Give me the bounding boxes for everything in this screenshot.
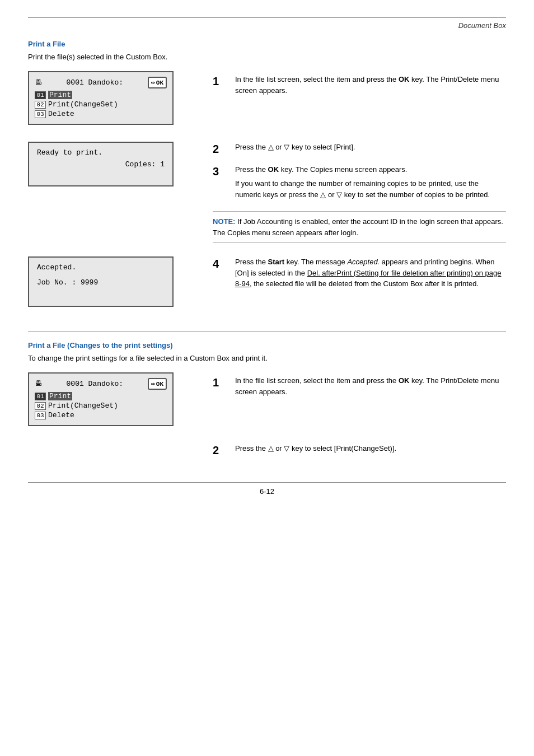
section2-title: Print a File (Changes to the print setti…: [28, 341, 506, 349]
s2-step1-text: In the file list screen, select the item…: [235, 375, 506, 397]
page: Document Box Print a File Print the file…: [0, 0, 534, 756]
lcd-item-1: 01 Print: [35, 91, 167, 99]
footer: 6-12: [28, 482, 506, 496]
right-col-step1: 1 In the file list screen, select the it…: [213, 71, 506, 107]
lcd-accepted-line1: Accepted.: [37, 263, 165, 272]
lcd-top-text: 0001 Dandoko:: [67, 78, 123, 87]
doc-box-title: Document Box: [458, 21, 506, 30]
lcd-item1-label: Print: [48, 91, 72, 99]
step1-content: In the file list screen, select the item…: [235, 74, 506, 99]
s2-lcd-item-3: 03 Delete: [35, 411, 167, 419]
lcd-printer-icon: 🖶: [35, 78, 42, 87]
step4-block: 4 Press the Start key. The message Accep…: [213, 256, 506, 293]
step1-num: 1: [213, 75, 229, 99]
step4-accepted-italic: Accepted.: [347, 258, 380, 266]
lcd-screen-1: 🖶 0001 Dandoko: ⇔ OK 01 Print 02 Print(C…: [28, 71, 174, 125]
step4-content: Press the Start key. The message Accepte…: [235, 256, 506, 293]
item-num-2: 02: [35, 101, 46, 109]
s2-step2-block: 2 Press the △ or ▽ key to select [Print(…: [213, 443, 506, 458]
s2-right-col-step2: 2 Press the △ or ▽ key to select [Print(…: [213, 443, 506, 465]
lcd-screen-3: Accepted. Job No. : 9999: [28, 256, 174, 307]
lcd-top-row: 🖶 0001 Dandoko: ⇔ OK: [35, 77, 167, 88]
ok-btn-1[interactable]: ⇔ OK: [148, 77, 167, 88]
step3-content: Press the OK key. The Copies menu screen…: [235, 164, 506, 204]
step3-ok-bold: OK: [268, 165, 279, 174]
s2-lcd-top-row: 🖶 0001 Dandoko: ⇔ OK: [35, 378, 167, 390]
step4-start-bold: Start: [268, 258, 285, 266]
s2-lcd-item3-label: Delete: [48, 411, 74, 419]
section1-row1: 🖶 0001 Dandoko: ⇔ OK 01 Print 02 Print(C…: [28, 71, 506, 136]
step4-text: Press the Start key. The message Accepte…: [235, 256, 506, 290]
s2-step2-content: Press the △ or ▽ key to select [Print(Ch…: [235, 443, 506, 458]
lcd-item3-label: Delete: [48, 110, 74, 118]
lcd-item-3: 03 Delete: [35, 110, 167, 118]
s2-item-num-3: 03: [35, 412, 46, 419]
lcd-item2-label: Print(ChangeSet): [48, 100, 118, 109]
s2-lcd-item-1: 01 Print: [35, 392, 167, 400]
section1-intro: Print the file(s) selected in the Custom…: [28, 53, 506, 61]
footer-page-number: 6-12: [260, 487, 274, 496]
step3-main-text: Press the OK key. The Copies menu screen…: [235, 164, 506, 175]
right-col-step4: 4 Press the Start key. The message Accep…: [213, 256, 506, 301]
section1-row3: Accepted. Job No. : 9999 4 Press the Sta…: [28, 256, 506, 318]
section1-row2: Ready to print. Copies: 1 2 Press the △ …: [28, 142, 506, 251]
right-col-steps23: 2 Press the △ or ▽ key to select [Print]…: [213, 142, 506, 251]
step4-num: 4: [213, 258, 229, 293]
ok-label-1: OK: [156, 80, 163, 86]
section2-intro: To change the print settings for a file …: [28, 354, 506, 362]
step2-num: 2: [213, 143, 229, 156]
step3-num: 3: [213, 165, 229, 204]
step3-sub-text: If you want to change the number of rema…: [235, 178, 506, 200]
section-divider: [28, 332, 506, 332]
section1-title: Print a File: [28, 40, 506, 48]
s2-lcd-top-text: 0001 Dandoko:: [67, 380, 123, 388]
s2-lcd-item1-label: Print: [48, 392, 72, 400]
s2-step2-num: 2: [213, 444, 229, 458]
arrow-icon-1: ⇔: [151, 78, 155, 87]
step2-content: Press the △ or ▽ key to select [Print].: [235, 142, 506, 156]
step2-text: Press the △ or ▽ key to select [Print].: [235, 142, 506, 153]
note-text: If Job Accounting is enabled, enter the …: [213, 217, 503, 237]
s2-right-col-step1: 1 In the file list screen, select the it…: [213, 372, 506, 408]
s2-lcd-item2-label: Print(ChangeSet): [48, 402, 118, 410]
step4-link: Del. afterPrint (Setting for file deleti…: [235, 269, 501, 288]
s2-step1-content: In the file list screen, select the item…: [235, 375, 506, 400]
lcd-screen-2: Ready to print. Copies: 1: [28, 142, 174, 186]
item-num-3: 03: [35, 110, 46, 118]
s2-lcd-printer-icon: 🖶: [35, 380, 42, 388]
lcd-ready-line1: Ready to print.: [37, 148, 165, 157]
step1-ok-bold: OK: [399, 75, 410, 83]
s2-item-num-2: 02: [35, 402, 46, 410]
s2-step1-num: 1: [213, 376, 229, 400]
section2-row1: 🖶 0001 Dandoko: ⇔ OK 01 Print 02 Print(C…: [28, 372, 506, 437]
s2-lcd-screen-1: 🖶 0001 Dandoko: ⇔ OK 01 Print 02 Print(C…: [28, 372, 174, 426]
step3-block: 3 Press the OK key. The Copies menu scre…: [213, 164, 506, 204]
section2-row2: 2 Press the △ or ▽ key to select [Print(…: [28, 443, 506, 465]
s2-left-col-screen1: 🖶 0001 Dandoko: ⇔ OK 01 Print 02 Print(C…: [28, 372, 196, 437]
left-col-screen2: Ready to print. Copies: 1: [28, 142, 196, 198]
top-rule: [28, 17, 506, 18]
s2-ok-btn-1[interactable]: ⇔ OK: [148, 378, 167, 390]
step2-block: 2 Press the △ or ▽ key to select [Print]…: [213, 142, 506, 156]
s2-ok-label-1: OK: [156, 381, 163, 388]
note-box: NOTE: If Job Accounting is enabled, ente…: [213, 211, 506, 243]
step1-text: In the file list screen, select the item…: [235, 74, 506, 96]
lcd-accepted-line2: Job No. : 9999: [37, 278, 165, 287]
s2-step1-ok-bold: OK: [399, 376, 410, 385]
s2-lcd-item-2: 02 Print(ChangeSet): [35, 402, 167, 410]
lcd-ready-line2: Copies: 1: [37, 160, 165, 169]
left-col-screen1: 🖶 0001 Dandoko: ⇔ OK 01 Print 02 Print(C…: [28, 71, 196, 136]
s2-arrow-icon-1: ⇔: [151, 380, 155, 388]
s2-item-num-1: 01: [35, 393, 46, 400]
s2-step1-block: 1 In the file list screen, select the it…: [213, 375, 506, 400]
s2-step2-text: Press the △ or ▽ key to select [Print(Ch…: [235, 443, 506, 454]
doc-box-header: Document Box: [28, 21, 506, 30]
left-col-screen3: Accepted. Job No. : 9999: [28, 256, 196, 318]
item-num-1: 01: [35, 91, 46, 99]
step1-block: 1 In the file list screen, select the it…: [213, 74, 506, 99]
note-label: NOTE:: [213, 217, 235, 226]
lcd-item-2: 02 Print(ChangeSet): [35, 100, 167, 109]
